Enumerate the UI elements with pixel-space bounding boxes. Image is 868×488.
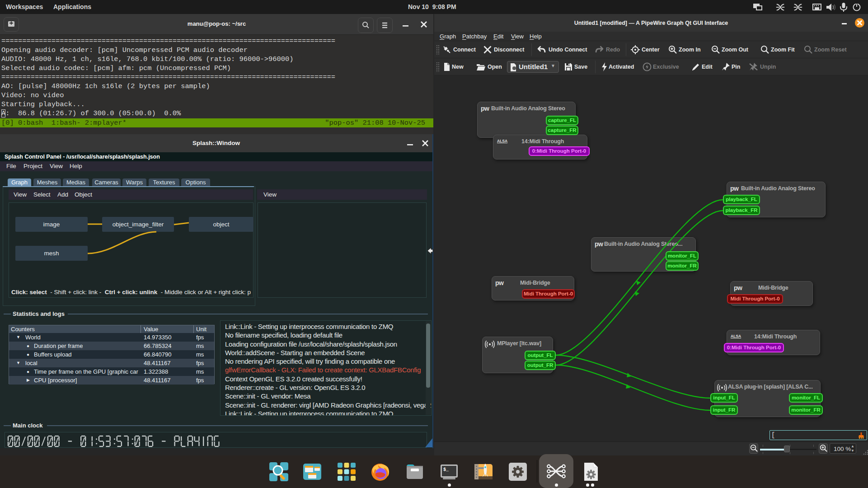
svg-text:$_: $_	[443, 467, 449, 472]
